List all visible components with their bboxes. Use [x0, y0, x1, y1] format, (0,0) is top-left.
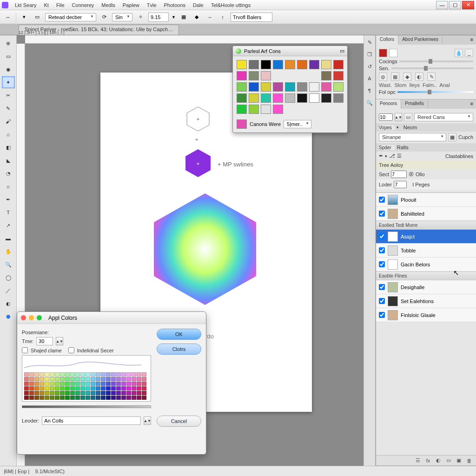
swatch-cell[interactable]	[261, 71, 271, 80]
plate-swatch[interactable]	[116, 382, 121, 386]
diamond-icon[interactable]: ◆	[192, 12, 202, 22]
swatch-cell[interactable]	[249, 93, 259, 103]
dlg-zoom-icon[interactable]	[37, 315, 42, 320]
plate-swatch[interactable]	[75, 377, 80, 381]
fg-bg-icon[interactable]: ◐	[2, 298, 15, 310]
plate-swatch[interactable]	[40, 386, 44, 390]
window-maximize-button[interactable]: ▢	[449, 1, 461, 9]
plate-swatch[interactable]	[101, 396, 106, 400]
swatch-cell[interactable]	[297, 93, 307, 103]
menu-photoons[interactable]: Photoons	[160, 1, 189, 9]
radio-ollo[interactable]: ⦿	[409, 172, 414, 177]
plate-swatch[interactable]	[86, 386, 90, 390]
plate-swatch[interactable]	[55, 386, 60, 390]
palette-collapse-icon[interactable]: ▭	[340, 48, 344, 54]
swatch-cell[interactable]	[261, 60, 271, 69]
grid-mini-icon[interactable]: ▦	[448, 133, 456, 141]
plate-swatch[interactable]	[126, 386, 131, 390]
name-input[interactable]	[231, 13, 272, 22]
tab-penoors[interactable]: Penoors	[376, 99, 401, 109]
plate-swatch[interactable]	[55, 391, 60, 395]
window-minimize-button[interactable]: —	[436, 1, 448, 9]
swatch-cell[interactable]	[297, 82, 307, 92]
plate-swatch[interactable]	[126, 372, 131, 377]
plate-swatch[interactable]	[70, 372, 75, 377]
sparkle-icon[interactable]: ✧	[135, 12, 145, 22]
swatch-cell[interactable]	[249, 60, 259, 69]
loder-input[interactable]	[394, 181, 407, 188]
time-input[interactable]	[36, 337, 53, 345]
plate-swatch[interactable]	[34, 377, 39, 381]
tab-collors[interactable]: Collors	[376, 35, 398, 45]
plate-swatch[interactable]	[121, 396, 126, 400]
swatch-cell[interactable]	[333, 71, 344, 80]
ileys-icon[interactable]: ◆	[403, 73, 411, 81]
plate-swatch[interactable]	[137, 382, 141, 386]
plate-swatch[interactable]	[29, 396, 34, 400]
plate-swatch[interactable]	[91, 377, 95, 381]
swatch-cell[interactable]	[249, 71, 259, 80]
plate-swatch[interactable]	[45, 372, 49, 377]
plate-swatch[interactable]	[126, 396, 131, 400]
dodge-tool-icon[interactable]: ☼	[2, 180, 15, 192]
layer-group-header[interactable]: Eaoble Flines	[376, 271, 476, 280]
plate-swatch[interactable]	[24, 382, 29, 386]
swatch-cell[interactable]	[237, 71, 247, 80]
plate-swatch[interactable]	[132, 396, 136, 400]
plate-swatch[interactable]	[142, 396, 146, 400]
plate-swatch[interactable]	[111, 396, 116, 400]
plate-swatch[interactable]	[34, 386, 39, 390]
plate-swatch[interactable]	[75, 382, 80, 386]
plate-swatch[interactable]	[34, 382, 39, 386]
plate-swatch[interactable]	[34, 391, 39, 395]
sinanpe-dropdown[interactable]: Sinanpe	[379, 133, 446, 141]
plate-swatch[interactable]	[70, 391, 75, 395]
clone-tool-icon[interactable]: ⌂	[2, 128, 15, 140]
plate-swatch[interactable]	[55, 372, 60, 377]
swatch-cell[interactable]	[309, 93, 319, 103]
stom-icon[interactable]: ▦	[391, 73, 399, 81]
slider-icon[interactable]: ⎯	[465, 49, 473, 57]
tab-neom[interactable]: Neom	[403, 125, 417, 130]
plate-swatch[interactable]	[96, 396, 100, 400]
plate-swatch[interactable]	[24, 386, 29, 390]
plate-swatch[interactable]	[121, 386, 126, 390]
plate-swatch[interactable]	[132, 372, 136, 377]
plate-swatch[interactable]	[132, 382, 136, 386]
link-layer-icon[interactable]: ☰	[415, 457, 421, 464]
plate-swatch[interactable]	[96, 386, 100, 390]
plate-swatch[interactable]	[101, 391, 106, 395]
plate-swatch[interactable]	[65, 372, 70, 377]
hex-rainbow-icon[interactable]	[145, 189, 265, 310]
zoom-tool-icon[interactable]: 🔍	[2, 258, 15, 271]
plate-swatch[interactable]	[106, 372, 111, 377]
layer-group-header[interactable]: Esolied Tedt Morre	[376, 221, 476, 230]
plate-swatch[interactable]	[45, 377, 49, 381]
move-tool-icon[interactable]: ⊕	[2, 37, 15, 49]
plate-swatch[interactable]	[142, 377, 146, 381]
panel-menu-icon[interactable]: ≡	[468, 99, 476, 109]
appl-colors-dialog[interactable]: Appl Colors Posemiane: Tme: ▲▼ Shajed cl…	[17, 311, 206, 455]
plate-swatch[interactable]	[40, 391, 44, 395]
plate-swatch[interactable]	[75, 386, 80, 390]
plate-swatch[interactable]	[65, 377, 70, 381]
new-layer-icon[interactable]: ▣	[456, 457, 462, 464]
plate-swatch[interactable]	[86, 382, 90, 386]
plate-swatch[interactable]	[24, 396, 29, 400]
plate-swatch[interactable]	[40, 396, 44, 400]
num-input[interactable]	[379, 113, 393, 121]
swatch-cell[interactable]	[285, 82, 295, 92]
ok-button[interactable]: OK	[157, 329, 201, 340]
wast-icon[interactable]: ◍	[379, 73, 387, 81]
plate-swatch[interactable]	[106, 391, 111, 395]
refresh-icon[interactable]: ⟳	[99, 12, 109, 22]
history-strip-icon[interactable]: ↺	[365, 62, 374, 71]
mode-dropdown[interactable]: Sin	[112, 13, 132, 21]
plate-swatch[interactable]	[40, 382, 44, 386]
plate-swatch[interactable]	[70, 396, 75, 400]
cancel-button[interactable]: Cancel	[157, 416, 201, 427]
plate-swatch[interactable]	[29, 386, 34, 390]
plate-swatch[interactable]	[80, 391, 85, 395]
doc-mini-icon[interactable]: ▭	[404, 113, 412, 121]
plate-swatch[interactable]	[65, 396, 70, 400]
